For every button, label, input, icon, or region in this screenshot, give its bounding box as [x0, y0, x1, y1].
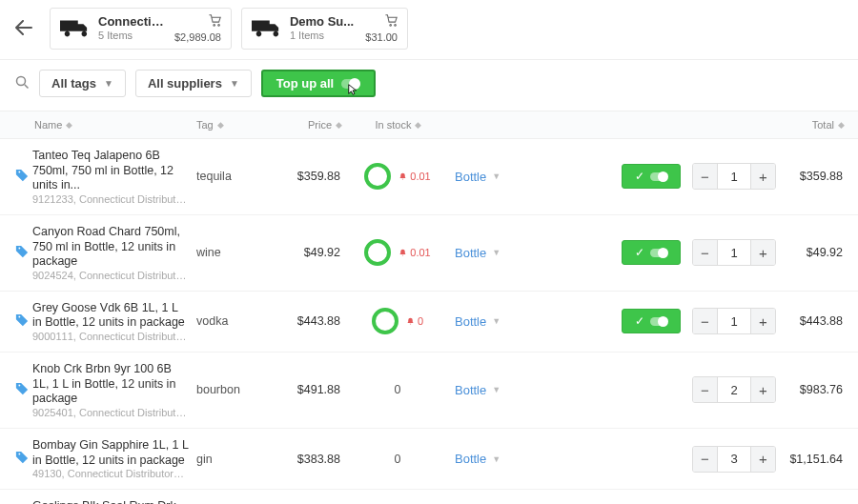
- row-total: $443.88: [776, 314, 843, 328]
- truck-icon: [60, 18, 89, 40]
- product-tag: gin: [196, 453, 256, 466]
- cursor-icon: [347, 83, 360, 99]
- product-name: Canyon Road Chard 750ml, 750 ml in Bottl…: [32, 225, 189, 270]
- tags-filter[interactable]: All tags ▼: [39, 70, 126, 97]
- quantity-stepper: −1+: [692, 308, 776, 334]
- row-topup-button[interactable]: ✓: [622, 240, 681, 265]
- supplier-card[interactable]: Connectic...5 Items$2,989.08: [50, 8, 232, 50]
- chevron-down-icon: ▼: [492, 248, 500, 257]
- low-stock-badge: 0: [406, 315, 423, 327]
- row-total: $49.92: [776, 246, 843, 259]
- qty-increment[interactable]: +: [750, 309, 775, 333]
- product-sub: 9025401, Connecticut Distributor...: [32, 407, 189, 418]
- qty-increment[interactable]: +: [750, 377, 775, 402]
- product-sub: 9000111, Connecticut Distributor...: [32, 331, 189, 342]
- supplier-items: 5 Items: [98, 30, 165, 43]
- supplier-total: $2,989.08: [174, 31, 221, 43]
- col-stock[interactable]: In stock◆: [340, 119, 455, 131]
- qty-value: 1: [718, 314, 750, 329]
- product-price: $443.88: [256, 314, 340, 328]
- cart-icon[interactable]: [385, 14, 398, 30]
- unit-select[interactable]: Bottle▼: [455, 383, 531, 397]
- top-up-all-button[interactable]: Top up all: [261, 70, 376, 97]
- product-sub: 49130, Connecticut Distributors I...: [32, 468, 189, 479]
- product-name: Grey Goose Vdk 6B 1L, 1 L in Bottle, 12 …: [32, 301, 189, 331]
- chevron-down-icon: ▼: [492, 171, 500, 181]
- table-row: Grey Goose Vdk 6B 1L, 1 L in Bottle, 12 …: [0, 292, 858, 353]
- product-sub: 9024524, Connecticut Distributor...: [32, 270, 189, 281]
- chevron-down-icon: ▼: [104, 78, 113, 89]
- qty-decrement[interactable]: −: [693, 240, 718, 265]
- supplier-name: Connectic...: [98, 14, 165, 30]
- cart-icon[interactable]: [209, 14, 221, 30]
- back-button[interactable]: [15, 14, 38, 44]
- row-total: $359.88: [776, 170, 843, 183]
- row-total: $1,151.64: [776, 453, 843, 466]
- unit-select[interactable]: Bottle▼: [455, 314, 531, 329]
- sort-icon: ◆: [838, 120, 843, 130]
- table-row: Knob Crk Brbn 9yr 100 6B 1L, 1 L in Bott…: [0, 353, 858, 429]
- product-tag: bourbon: [196, 383, 256, 396]
- qty-increment[interactable]: +: [750, 164, 775, 189]
- stock-ring-icon: [364, 239, 391, 266]
- tag-icon[interactable]: [15, 313, 32, 330]
- product-name: Tanteo Teq Jalapeno 6B 750ml, 750 ml in …: [32, 149, 189, 193]
- col-name[interactable]: Name◆: [15, 119, 196, 131]
- tag-icon[interactable]: [15, 169, 32, 185]
- qty-increment[interactable]: +: [750, 447, 775, 472]
- suppliers-filter-label: All suppliers: [148, 76, 222, 91]
- table-row: Bombay Gin Sapphire 1L, 1 L in Bottle, 1…: [0, 429, 858, 490]
- tag-icon[interactable]: [15, 382, 32, 398]
- row-topup-button[interactable]: ✓: [622, 309, 681, 333]
- qty-decrement[interactable]: −: [693, 377, 718, 402]
- qty-value: 2: [718, 383, 750, 397]
- tag-icon[interactable]: [15, 451, 32, 467]
- product-name: Knob Crk Brbn 9yr 100 6B 1L, 1 L in Bott…: [32, 362, 189, 407]
- qty-increment[interactable]: +: [750, 240, 775, 265]
- unit-select[interactable]: Bottle▼: [455, 246, 531, 260]
- table-header: Name◆ Tag◆ Price◆ In stock◆ Total◆: [0, 111, 858, 139]
- product-name: Bombay Gin Sapphire 1L, 1 L in Bottle, 1…: [32, 438, 189, 468]
- unit-select[interactable]: Bottle▼: [455, 170, 531, 184]
- tag-icon[interactable]: [15, 245, 32, 261]
- toggle-icon: [650, 172, 667, 181]
- col-price[interactable]: Price◆: [256, 119, 340, 131]
- product-sub: 9121233, Connecticut Distributor...: [32, 193, 189, 205]
- low-stock-badge: 0.01: [398, 247, 430, 258]
- quantity-stepper: −1+: [692, 163, 776, 190]
- suppliers-filter[interactable]: All suppliers ▼: [135, 70, 252, 97]
- product-tag: tequila: [196, 170, 256, 183]
- svg-point-0: [17, 76, 26, 85]
- quantity-stepper: −2+: [692, 376, 776, 403]
- col-tag[interactable]: Tag◆: [196, 119, 256, 131]
- low-stock-badge: 0.01: [398, 171, 430, 182]
- chevron-down-icon: ▼: [492, 316, 500, 326]
- supplier-card[interactable]: Demo Su...1 Items$31.00: [241, 8, 408, 50]
- qty-value: 1: [718, 170, 750, 184]
- col-total[interactable]: Total◆: [776, 119, 843, 131]
- supplier-total: $31.00: [365, 31, 398, 43]
- sort-icon: ◆: [415, 120, 419, 130]
- toggle-icon: [650, 317, 667, 326]
- stock-value: 0: [389, 453, 406, 466]
- truck-icon: [252, 18, 280, 40]
- qty-value: 3: [718, 452, 750, 466]
- qty-decrement[interactable]: −: [693, 309, 718, 333]
- unit-select[interactable]: Bottle▼: [455, 452, 531, 466]
- search-icon[interactable]: [15, 75, 30, 92]
- qty-decrement[interactable]: −: [693, 164, 718, 189]
- product-price: $49.92: [256, 246, 340, 259]
- qty-decrement[interactable]: −: [693, 447, 718, 472]
- row-total: $983.76: [776, 383, 843, 396]
- product-tag: wine: [196, 246, 256, 259]
- svg-line-1: [25, 84, 29, 88]
- table-row: Goslings Blk Seal Rum Drk 80 1L, 1 L in …: [0, 490, 858, 504]
- check-icon: ✓: [635, 170, 644, 183]
- toggle-icon: [650, 249, 667, 257]
- check-icon: ✓: [635, 246, 644, 259]
- stock-ring-icon: [372, 308, 398, 334]
- tags-filter-label: All tags: [51, 76, 96, 91]
- chevron-down-icon: ▼: [492, 454, 500, 464]
- qty-value: 1: [718, 246, 750, 260]
- row-topup-button[interactable]: ✓: [622, 164, 681, 189]
